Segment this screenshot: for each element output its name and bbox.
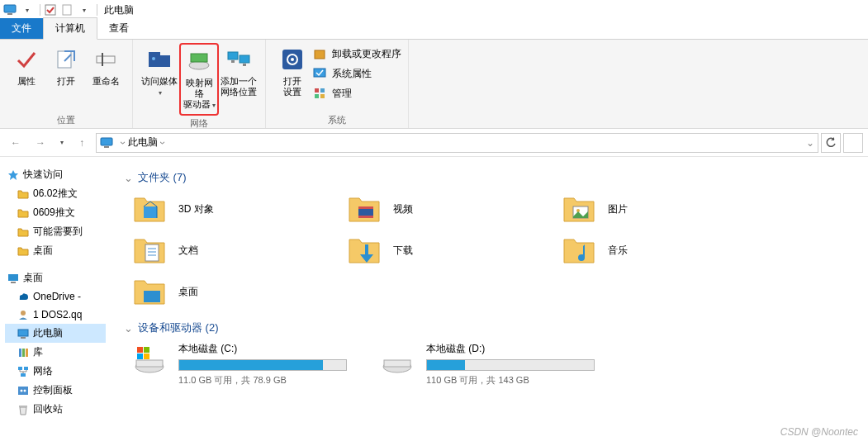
chevron-right-icon[interactable]: › xyxy=(117,141,129,145)
nav-item[interactable]: 回收站 xyxy=(5,400,106,419)
separator xyxy=(97,4,97,16)
section-folders-header[interactable]: ⌄ 文件夹 (7) xyxy=(124,170,853,185)
nav-back-button[interactable]: ← xyxy=(5,132,26,154)
folder-label: 音乐 xyxy=(608,244,628,258)
folder-label: 桌面 xyxy=(178,285,198,299)
nav-item[interactable]: 库 xyxy=(5,343,106,362)
nav-label: 此电脑 xyxy=(33,326,63,340)
ribbon: 属性 打开 重命名 位置 访问媒体▾ xyxy=(0,40,868,129)
ribbon-label: 打开设置 xyxy=(283,76,301,97)
folder-item[interactable]: 音乐 xyxy=(562,233,743,268)
svg-rect-36 xyxy=(24,367,28,370)
folder-label: 视频 xyxy=(393,202,413,216)
onedrive-icon xyxy=(17,290,30,303)
section-title: 文件夹 (7) xyxy=(138,170,187,185)
svg-rect-13 xyxy=(240,55,249,63)
nav-label: 控制面板 xyxy=(33,383,73,397)
svg-rect-38 xyxy=(18,387,28,395)
nav-label: 库 xyxy=(33,345,43,359)
ribbon-group-label: 网络 xyxy=(140,116,259,130)
system-properties-button[interactable]: 系统属性 xyxy=(312,66,401,81)
svg-point-9 xyxy=(152,57,155,60)
nav-item[interactable]: 网络 xyxy=(5,362,106,381)
rename-button[interactable]: 重命名 xyxy=(86,43,126,90)
search-box[interactable] xyxy=(843,133,863,153)
section-drives-header[interactable]: ⌄ 设备和驱动器 (2) xyxy=(124,320,853,335)
nav-history-button[interactable]: ▾ xyxy=(55,132,68,154)
open-button[interactable]: 打开 xyxy=(46,43,86,90)
nav-label: 快速访问 xyxy=(23,168,63,182)
folder-down-icon xyxy=(347,233,382,268)
nav-label: 回收站 xyxy=(33,402,63,416)
folder-item[interactable]: 图片 xyxy=(562,192,743,226)
svg-rect-11 xyxy=(191,54,207,62)
svg-rect-60 xyxy=(384,360,410,367)
folder-item[interactable]: 文档 xyxy=(132,233,314,268)
tab-file[interactable]: 文件 xyxy=(0,18,43,39)
svg-rect-55 xyxy=(137,347,143,353)
dropdown-icon[interactable]: ▾ xyxy=(20,3,33,17)
folder-item[interactable]: 下载 xyxy=(347,233,529,268)
manage-button[interactable]: 管理 xyxy=(312,86,401,101)
svg-rect-32 xyxy=(19,349,21,357)
ribbon-group-system: 打开设置 卸载或更改程序 系统属性 管理 系统 xyxy=(266,40,409,128)
uninstall-programs-button[interactable]: 卸载或更改程序 xyxy=(312,46,401,61)
svg-rect-2 xyxy=(45,5,55,15)
folder-item[interactable]: 视频 xyxy=(347,192,529,226)
nav-item[interactable]: 此电脑 xyxy=(5,324,106,343)
nav-item[interactable]: 控制面板 xyxy=(5,381,106,400)
pc-icon xyxy=(17,327,30,340)
nav-label: OneDrive - xyxy=(33,291,81,302)
svg-rect-35 xyxy=(18,367,22,370)
tab-view[interactable]: 查看 xyxy=(97,18,140,39)
nav-forward-button[interactable]: → xyxy=(30,132,51,154)
nav-item[interactable]: 0609推文 xyxy=(5,203,106,222)
check-icon[interactable] xyxy=(44,3,57,17)
map-network-drive-button[interactable]: 映射网络驱动器▾ xyxy=(179,43,219,116)
nav-up-button[interactable]: ↑ xyxy=(71,132,92,154)
nav-tree: 快速访问 06.02推文0609推文可能需要到桌面 桌面 OneDrive -1… xyxy=(0,157,109,446)
properties-button[interactable]: 属性 xyxy=(7,43,46,90)
nav-item[interactable]: 1 DOS2.qq xyxy=(5,306,106,324)
open-settings-button[interactable]: 打开设置 xyxy=(273,43,312,101)
svg-point-29 xyxy=(21,311,26,316)
nav-item[interactable]: 可能需要到 xyxy=(5,222,106,241)
nav-desktop-root[interactable]: 桌面 xyxy=(5,268,106,287)
svg-rect-33 xyxy=(22,349,25,357)
folder-item[interactable]: 桌面 xyxy=(132,274,314,309)
rename-icon xyxy=(92,46,119,73)
dropdown-icon[interactable]: ▾ xyxy=(77,3,90,17)
nav-quick-access[interactable]: 快速访问 xyxy=(5,165,106,184)
nav-item[interactable]: 06.02推文 xyxy=(5,184,106,203)
folder-icon xyxy=(17,206,30,220)
tab-computer[interactable]: 计算机 xyxy=(43,17,97,40)
svg-rect-54 xyxy=(136,360,163,367)
svg-rect-26 xyxy=(104,146,109,148)
chevron-right-icon[interactable]: › xyxy=(157,141,168,145)
nav-item[interactable]: OneDrive - xyxy=(5,287,106,306)
svg-point-39 xyxy=(21,389,23,391)
title-bar: ▾ ▾ 此电脑 xyxy=(0,0,868,20)
refresh-button[interactable] xyxy=(821,133,841,153)
address-bar[interactable]: › 此电脑 › ⌄ xyxy=(96,133,818,153)
svg-rect-3 xyxy=(63,5,71,15)
blank-doc-icon[interactable] xyxy=(60,3,74,17)
drive-item[interactable]: 本地磁盘 (D:)110 GB 可用，共 143 GB xyxy=(380,342,595,387)
add-network-location-button[interactable]: 添加一个网络位置 xyxy=(219,43,259,101)
ribbon-group-location: 属性 打开 重命名 位置 xyxy=(0,40,133,128)
manage-icon xyxy=(312,86,327,101)
dropdown-icon[interactable]: ⌄ xyxy=(806,137,814,149)
ribbon-small-label: 系统属性 xyxy=(332,67,372,81)
nav-label: 06.02推文 xyxy=(33,187,78,201)
address-segment[interactable]: 此电脑 xyxy=(128,135,158,149)
folder-label: 文档 xyxy=(178,244,198,258)
address-row: ← → ▾ ↑ › 此电脑 › ⌄ xyxy=(0,129,868,157)
pc-icon xyxy=(100,136,113,149)
svg-rect-14 xyxy=(231,60,235,63)
access-media-button[interactable]: 访问媒体▾ xyxy=(140,43,179,101)
drive-item[interactable]: 本地磁盘 (C:)11.0 GB 可用，共 78.9 GB xyxy=(132,342,347,387)
nav-item[interactable]: 桌面 xyxy=(5,241,106,260)
star-icon xyxy=(7,168,20,182)
box-icon xyxy=(312,46,327,61)
folder-item[interactable]: 3D 对象 xyxy=(132,192,314,226)
